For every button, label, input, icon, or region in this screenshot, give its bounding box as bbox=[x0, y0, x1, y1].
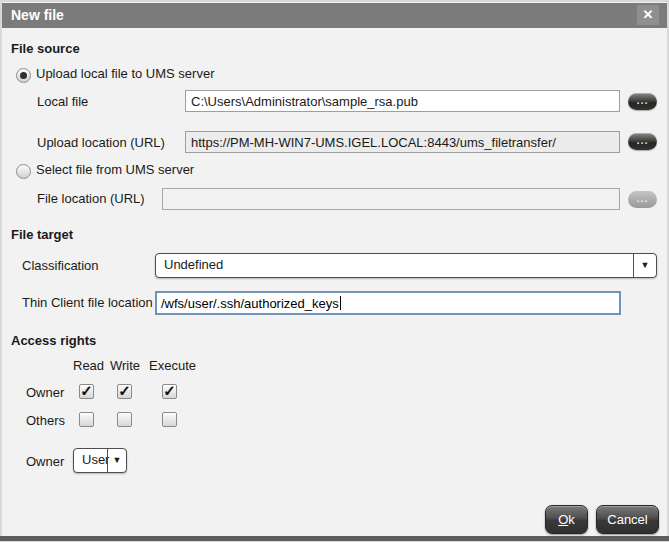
chevron-down-icon[interactable]: ▼ bbox=[107, 449, 126, 472]
ok-button[interactable]: Ok bbox=[545, 505, 588, 534]
radio-unselected-icon[interactable] bbox=[16, 164, 31, 179]
owner-select[interactable]: User ▼ bbox=[73, 448, 127, 473]
chevron-down-icon[interactable]: ▼ bbox=[633, 254, 656, 277]
checkbox-others-write[interactable] bbox=[117, 412, 132, 427]
file-location-input bbox=[162, 188, 620, 210]
close-icon[interactable]: ✕ bbox=[637, 5, 659, 25]
checkbox-owner-read[interactable]: ✓ bbox=[79, 384, 94, 399]
upload-location-input[interactable] bbox=[185, 131, 620, 153]
owner-selected-value: User bbox=[82, 449, 109, 472]
local-file-input[interactable] bbox=[185, 90, 620, 112]
column-header-read: Read bbox=[73, 358, 104, 374]
ok-button-label: Ok bbox=[558, 512, 575, 527]
local-file-browse-button[interactable]: ... bbox=[628, 93, 657, 110]
dialog-bottom-edge bbox=[0, 536, 669, 541]
dialog-title: New file bbox=[11, 7, 64, 23]
classification-label: Classification bbox=[22, 258, 99, 274]
owner-select-label: Owner bbox=[26, 454, 64, 470]
cancel-button[interactable]: Cancel bbox=[596, 505, 659, 534]
ellipsis-icon: ... bbox=[636, 195, 648, 201]
column-header-write: Write bbox=[110, 358, 140, 374]
classification-select[interactable]: Undefined ▼ bbox=[155, 253, 657, 278]
new-file-dialog: New file ✕ File source Upload local file… bbox=[0, 0, 669, 542]
ellipsis-icon: ... bbox=[636, 137, 648, 143]
access-rights-heading: Access rights bbox=[11, 333, 96, 348]
ellipsis-icon: ... bbox=[636, 97, 648, 103]
select-from-ums-radio-label[interactable]: Select file from UMS server bbox=[36, 162, 194, 178]
upload-local-radio-label[interactable]: Upload local file to UMS server bbox=[36, 66, 214, 82]
file-target-heading: File target bbox=[11, 227, 73, 242]
upload-location-browse-button[interactable]: ... bbox=[628, 133, 657, 150]
file-source-heading: File source bbox=[11, 41, 80, 56]
column-header-execute: Execute bbox=[149, 358, 196, 374]
others-row-label: Others bbox=[26, 413, 65, 429]
file-location-browse-button: ... bbox=[628, 191, 657, 208]
upload-location-label: Upload location (URL) bbox=[37, 135, 165, 151]
dialog-titlebar[interactable]: New file ✕ bbox=[2, 3, 667, 28]
thin-client-location-value: /wfs/user/.ssh/authorized_keys bbox=[161, 296, 339, 311]
local-file-label: Local file bbox=[37, 94, 88, 110]
owner-row-label: Owner bbox=[26, 385, 64, 401]
text-cursor bbox=[340, 296, 341, 310]
checkbox-owner-write[interactable]: ✓ bbox=[117, 384, 132, 399]
checkbox-others-execute[interactable] bbox=[162, 412, 177, 427]
thin-client-location-input[interactable]: /wfs/user/.ssh/authorized_keys bbox=[155, 291, 621, 315]
classification-selected-value: Undefined bbox=[164, 254, 223, 277]
checkbox-others-read[interactable] bbox=[79, 412, 94, 427]
cancel-button-label: Cancel bbox=[607, 512, 647, 527]
checkbox-owner-execute[interactable]: ✓ bbox=[162, 384, 177, 399]
radio-selected-icon[interactable] bbox=[16, 68, 31, 83]
file-location-label: File location (URL) bbox=[37, 191, 145, 207]
thin-client-location-label: Thin Client file location bbox=[22, 295, 153, 311]
